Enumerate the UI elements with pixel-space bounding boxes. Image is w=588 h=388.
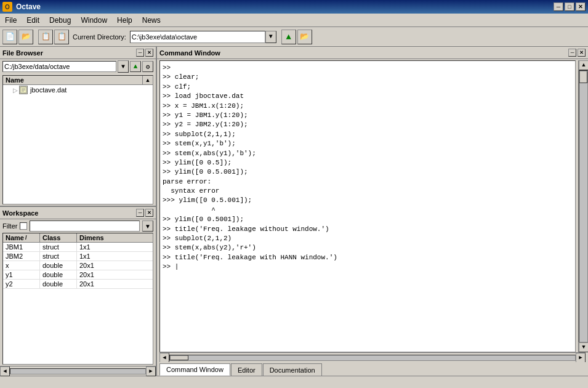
fb-path-input[interactable] <box>2 61 116 72</box>
file-browser-controls: ─ ✕ <box>136 49 153 57</box>
maximize-button[interactable]: □ <box>565 2 574 11</box>
menu-news[interactable]: News <box>137 15 166 26</box>
new-file-button[interactable]: 📄 <box>2 30 17 44</box>
fb-up-button[interactable]: ▲ <box>130 61 141 72</box>
menu-debug[interactable]: Debug <box>44 15 76 26</box>
cmd-minimize-button[interactable]: ─ <box>568 49 576 57</box>
minimize-button[interactable]: ─ <box>554 2 563 11</box>
menu-edit[interactable]: Edit <box>22 15 44 26</box>
tab-editor[interactable]: Editor <box>231 363 262 376</box>
cmd-scroll-thumb-x[interactable] <box>170 355 188 360</box>
dir-up-button[interactable]: ▲ <box>281 30 296 44</box>
ws-close-button[interactable]: ✕ <box>145 209 153 217</box>
cmd-close-button[interactable]: ✕ <box>578 49 586 57</box>
app-icon: O <box>2 2 12 12</box>
ws-cell-name: y1 <box>3 270 40 279</box>
file-browser: File Browser ─ ✕ ▼ ▲ ⚙ Name ▲ ▷ <box>0 47 156 207</box>
fb-expand-icon: ▷ <box>13 87 18 94</box>
fb-table: Name ▲ ▷ jboc <box>2 75 153 204</box>
cmd-line: >> stem(x,abs(y2),'r+') <box>163 243 573 253</box>
fb-path-dropdown[interactable]: ▼ <box>118 60 129 73</box>
ws-table-row[interactable]: y1 double 20x1 <box>3 270 153 280</box>
ws-cell-dim: 20x1 <box>77 261 153 270</box>
left-scroll-left[interactable]: ◀ <box>0 366 10 376</box>
fb-path-bar: ▼ ▲ ⚙ <box>0 59 156 74</box>
ws-table-row[interactable]: x double 20x1 <box>3 261 153 270</box>
cmd-titlebar: Command Window ─ ✕ <box>157 47 588 59</box>
fb-settings-button[interactable]: ⚙ <box>142 61 153 72</box>
cmd-line: >> stem(x,abs(y1),'b'); <box>163 149 573 158</box>
dir-dropdown-button[interactable]: ▼ <box>265 31 276 43</box>
cmd-scroll-track-x[interactable] <box>169 355 576 361</box>
cmd-line: >> <box>163 262 573 272</box>
menu-bar: File Edit Debug Window Help News <box>0 14 588 27</box>
menu-file[interactable]: File <box>0 15 22 26</box>
cmd-line: >> x = JBM1.x(1:20); <box>163 102 573 111</box>
ws-col-class-header: Class <box>40 233 77 242</box>
fb-header: Name ▲ <box>3 76 153 85</box>
cmd-line: ^ <box>163 206 573 215</box>
app-title: Octave <box>16 2 554 11</box>
workspace-titlebar: Workspace ─ ✕ <box>0 207 156 219</box>
cmd-line: >> subplot(2,1,2) <box>163 234 573 243</box>
tab-documentation[interactable]: Documentation <box>263 363 322 376</box>
cmd-scroll-up[interactable]: ▲ <box>579 60 588 70</box>
left-scroll-right[interactable]: ▶ <box>146 366 156 376</box>
ws-cell-class: double <box>40 280 77 288</box>
ws-sort-icon[interactable]: / <box>25 235 27 241</box>
cmd-line: >> stem(x,y1,'b'); <box>163 139 573 148</box>
ws-filter-checkbox[interactable] <box>20 222 27 230</box>
workspace-controls: ─ ✕ <box>136 209 153 217</box>
ws-table: Name / Class Dimens JBM1 struct 1x1 JBM2… <box>2 233 153 365</box>
ws-filter-dropdown[interactable]: ▼ <box>142 220 153 232</box>
toolbar: 📄 📂 📋 📋 Current Directory: ▼ ▲ 📂 <box>0 27 588 47</box>
cmd-title: Command Window <box>159 49 220 57</box>
fb-minimize-button[interactable]: ─ <box>136 49 144 57</box>
fb-rows: ▷ jboctave.dat <box>3 85 153 95</box>
ws-table-row[interactable]: y2 double 20x1 <box>3 280 153 289</box>
cmd-content[interactable]: >>>> clear;>> clf;>> load jboctave.dat>>… <box>159 60 576 352</box>
cmd-lines: >>>> clear;>> clf;>> load jboctave.dat>>… <box>163 63 573 272</box>
ws-cell-name: JBM1 <box>3 243 40 251</box>
cmd-line: >> load jboctave.dat <box>163 92 573 101</box>
ws-cell-class: struct <box>40 243 77 251</box>
paste-button[interactable]: 📋 <box>54 30 69 44</box>
ws-cell-name: x <box>3 261 40 270</box>
cmd-scroll-track[interactable] <box>579 70 588 342</box>
fb-close-button[interactable]: ✕ <box>145 49 153 57</box>
fb-col-name: Name <box>3 76 143 84</box>
menu-window[interactable]: Window <box>76 15 112 26</box>
close-button[interactable]: ✕ <box>576 2 586 11</box>
ws-minimize-button[interactable]: ─ <box>136 209 144 217</box>
tab-command-window[interactable]: Command Window <box>159 363 230 376</box>
workspace-title: Workspace <box>2 209 39 217</box>
cmd-line: >> clear; <box>163 73 573 82</box>
cmd-vscroll: ▲ ▼ <box>578 60 588 352</box>
cmd-scroll-thumb[interactable] <box>579 71 587 83</box>
status-bar <box>0 376 588 388</box>
cmd-line: >> title('Freq. leakage without window.'… <box>163 225 573 234</box>
fb-file-icon <box>19 86 28 94</box>
cmd-line: >> ylim([0 0.5.001]); <box>163 168 573 177</box>
left-scroll-track[interactable] <box>10 368 146 374</box>
menu-help[interactable]: Help <box>112 15 137 26</box>
cmd-scroll-down[interactable]: ▼ <box>579 342 588 352</box>
cmd-scroll-left[interactable]: ◀ <box>159 353 169 363</box>
cmd-line: >> y2 = JBM2.y(1:20); <box>163 120 573 129</box>
file-browser-titlebar: File Browser ─ ✕ <box>0 47 156 59</box>
open-file-button[interactable]: 📂 <box>18 30 33 44</box>
ws-table-row[interactable]: JBM1 struct 1x1 <box>3 243 153 252</box>
ws-filter-bar: Filter ▼ <box>0 219 156 233</box>
fb-file-row[interactable]: ▷ jboctave.dat <box>10 85 153 95</box>
dir-open-button[interactable]: 📂 <box>297 30 312 44</box>
current-dir-input[interactable] <box>130 31 265 43</box>
ws-cell-name: y2 <box>3 280 40 288</box>
cmd-scroll-right[interactable]: ▶ <box>576 353 586 363</box>
ws-table-row[interactable]: JBM2 struct 1x1 <box>3 252 153 261</box>
fb-sort-icon[interactable]: ▲ <box>143 76 153 84</box>
copy-button[interactable]: 📋 <box>38 30 53 44</box>
cmd-line: >>> ylim([0 0.5.001]); <box>163 196 573 205</box>
ws-filter-input[interactable] <box>30 220 140 232</box>
ws-rows: JBM1 struct 1x1 JBM2 struct 1x1 x double… <box>3 243 153 289</box>
title-bar: O Octave ─ □ ✕ <box>0 0 588 14</box>
